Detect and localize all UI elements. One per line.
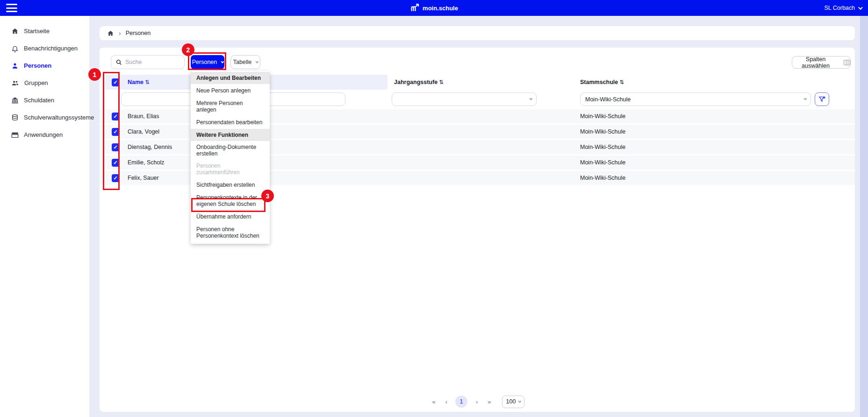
- menu-section-header: Weitere Funktionen: [191, 129, 270, 141]
- cell-stammschule: Moin-Wiki-Schule: [574, 159, 855, 166]
- page-size-select[interactable]: 100: [502, 396, 524, 408]
- menu-item-personenkontexte-loeschen[interactable]: Personenkontexte in der eigenen Schule l…: [191, 191, 270, 210]
- chevron-right-icon: ›: [119, 29, 121, 37]
- menu-item-personen-ohne-personenkontext-loeschen[interactable]: Personen ohne Personenkontext löschen: [191, 223, 270, 242]
- filter-stammschule-select[interactable]: Moin-Wiki-Schule: [580, 92, 811, 106]
- menu-item-onboarding-dokumente-erstellen[interactable]: Onboarding-Dokumente erstellen: [191, 141, 270, 160]
- cell-stammschule: Moin-Wiki-Schule: [574, 113, 855, 120]
- first-page-icon[interactable]: «: [430, 398, 437, 405]
- page-size-value: 100: [506, 398, 516, 405]
- current-page-button[interactable]: 1: [455, 396, 467, 408]
- hamburger-menu-icon[interactable]: [6, 4, 17, 12]
- sidebar-item-label: Personen: [24, 62, 51, 69]
- header-checkbox-cell: ✓: [105, 78, 126, 86]
- sidebar-item-startseite[interactable]: Startseite: [0, 22, 89, 40]
- menu-section-header: Anlegen und Bearbeiten: [191, 72, 270, 84]
- chevron-down-icon: [221, 60, 224, 63]
- brand-name: moin.schule: [423, 5, 458, 12]
- sidebar-item-label: Schuldaten: [24, 97, 54, 104]
- menu-item-sichtfreigaben-erstellen[interactable]: Sichtfreigaben erstellen: [191, 178, 270, 191]
- filter-stammschule-value: Moin-Wiki-Schule: [585, 96, 631, 103]
- apps-window-icon: [11, 131, 19, 139]
- next-page-icon[interactable]: ›: [474, 398, 479, 405]
- select-all-checkbox[interactable]: ✓: [112, 78, 120, 86]
- check-icon: ✓: [113, 129, 117, 135]
- bell-icon: [11, 45, 19, 52]
- cell-stammschule: Moin-Wiki-Schule: [574, 175, 855, 181]
- filter-clear-icon: [818, 96, 826, 103]
- tabelle-button[interactable]: Tabelle: [230, 55, 260, 69]
- sidebar-item-label: Benachrichtigungen: [24, 45, 78, 52]
- tabelle-label: Tabelle: [233, 59, 252, 65]
- sidebar-item-personen[interactable]: Personen: [0, 57, 89, 74]
- menu-item-neue-person-anlegen[interactable]: Neue Person anlegen: [191, 84, 270, 97]
- column-header-jahrgangsstufe[interactable]: Jahrgangsstufe⇅: [387, 79, 574, 85]
- breadcrumb-home-icon[interactable]: [107, 30, 114, 37]
- sidebar-item-label: Anwendungen: [24, 131, 63, 138]
- select-columns-label: Spalten auswählen: [792, 56, 839, 69]
- chevron-down-icon: [529, 97, 532, 100]
- last-page-icon[interactable]: »: [486, 398, 492, 405]
- sort-icon: ⇅: [439, 79, 444, 85]
- table-toolbar: Personen Tabelle Spalten auswählen: [100, 55, 855, 69]
- home-icon: [11, 28, 19, 35]
- sidebar-item-anwendungen[interactable]: Anwendungen: [0, 126, 89, 143]
- menu-item-uebernahme-anfordern[interactable]: Übernahme anfordern: [191, 210, 270, 223]
- menu-item-mehrere-personen-anlegen[interactable]: Mehrere Personen anlegen: [191, 97, 270, 116]
- search-box[interactable]: [111, 55, 185, 69]
- row-checkbox[interactable]: ✓: [112, 128, 120, 136]
- sidebar-item-gruppen[interactable]: Gruppen: [0, 74, 89, 92]
- check-icon: ✓: [113, 175, 117, 181]
- menu-item-personen-zusammenfuehren: Personen zusammenführen: [191, 160, 270, 178]
- filter-jahrgangsstufe-select[interactable]: [392, 92, 537, 106]
- person-icon: [11, 62, 19, 70]
- brand: moin.schule: [410, 4, 458, 12]
- moin-logo-icon: [410, 4, 420, 12]
- previous-page-icon[interactable]: ‹: [444, 398, 449, 405]
- personen-actions-menu: Anlegen und Bearbeiten Neue Person anleg…: [191, 71, 270, 244]
- cell-stammschule: Moin-Wiki-Schule: [574, 128, 855, 135]
- sidebar-item-benachrichtigungen[interactable]: Benachrichtigungen: [0, 40, 89, 57]
- sidebar-item-schulverwaltungssysteme[interactable]: Schulverwaltungssysteme: [0, 109, 89, 126]
- sort-icon: ⇅: [619, 79, 624, 85]
- sidebar-item-label: Gruppen: [24, 79, 48, 86]
- sidebar-item-schuldaten[interactable]: Schuldaten: [0, 92, 89, 109]
- personen-actions-button[interactable]: Personen: [191, 55, 224, 69]
- breadcrumb: › Personen: [100, 26, 855, 40]
- user-name: SL Corbach: [824, 5, 855, 11]
- search-input[interactable]: [125, 59, 179, 65]
- database-icon: [11, 114, 19, 121]
- column-header-stammschule[interactable]: Stammschule⇅: [574, 79, 855, 85]
- check-icon: ✓: [113, 144, 117, 150]
- select-columns-button[interactable]: Spalten auswählen: [792, 56, 851, 69]
- check-icon: ✓: [113, 160, 117, 166]
- user-menu[interactable]: SL Corbach: [824, 5, 861, 11]
- check-icon: ✓: [113, 79, 117, 85]
- sidebar: Startseite Benachrichtigungen Personen G…: [0, 16, 89, 417]
- topbar: moin.schule SL Corbach: [0, 0, 868, 16]
- row-checkbox[interactable]: ✓: [112, 174, 120, 182]
- pagination: « ‹ 1 › » 100: [100, 395, 855, 409]
- chevron-down-icon: [803, 97, 807, 100]
- chevron-down-icon: [256, 60, 259, 63]
- cell-stammschule: Moin-Wiki-Schule: [574, 144, 855, 150]
- clear-filters-button[interactable]: [815, 92, 829, 106]
- sidebar-item-label: Schulverwaltungssysteme: [24, 114, 94, 121]
- personen-actions-label: Personen: [192, 59, 217, 65]
- menu-item-personendaten-bearbeiten[interactable]: Personendaten bearbeiten: [191, 116, 270, 129]
- sidebar-item-label: Startseite: [24, 28, 50, 35]
- page-scrollbar[interactable]: [860, 16, 868, 417]
- chevron-down-icon: [518, 399, 521, 403]
- breadcrumb-current: Personen: [126, 30, 151, 36]
- column-header-label: Name: [128, 79, 143, 85]
- row-checkbox[interactable]: ✓: [112, 113, 120, 120]
- row-checkbox[interactable]: ✓: [112, 159, 120, 167]
- columns-icon: [844, 60, 850, 65]
- people-icon: [11, 79, 19, 87]
- search-icon: [116, 59, 122, 65]
- column-header-label: Jahrgangsstufe: [394, 79, 438, 85]
- school-building-icon: [11, 97, 19, 104]
- column-header-label: Stammschule: [580, 79, 618, 85]
- row-checkbox[interactable]: ✓: [112, 143, 120, 151]
- chevron-down-icon: [858, 5, 863, 10]
